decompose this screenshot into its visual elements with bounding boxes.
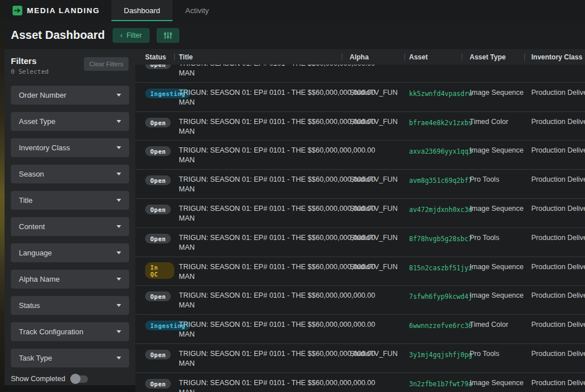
status-badge: Open [145,65,171,69]
cell-asset-type [462,65,524,82]
title-line-2: MAN [179,127,342,137]
title-line-1: TRIGUN: SEASON 01: EP# 0101 - THE $$60,0… [179,320,342,330]
title-line-2: MAN [179,98,342,107]
page-title: Asset Dashboard [11,29,105,42]
chevron-down-icon [117,225,121,228]
title-line-1: TRIGUN: SEASON 01: EP# 0101 - THE $$60,0… [179,175,342,185]
table-header-row: StatusTitleAlphaAssetAsset TypeInventory… [135,49,585,65]
title-line-1: TRIGUN: SEASON 01: EP# 0101 - THE $$60,0… [179,204,342,214]
cell-asset: 8f78hvgb5g28sbc7 [404,233,462,257]
title-line-1: TRIGUN: SEASON 01: EP# 0101 - THE $$60,0… [179,88,342,98]
cell-asset: avm8g351c69q2bf7 [404,175,462,198]
show-completed-row: Show Completed [11,375,129,383]
table-row[interactable]: Open TRIGUN: SEASON 01: EP# 0101 - THE $… [135,112,585,141]
table-row[interactable]: Open TRIGUN: SEASON 01: EP# 0101 - THE $… [135,65,585,83]
chevron-down-icon [117,357,121,359]
table-row[interactable]: Ingesting TRIGUN: SEASON 01: EP# 0101 - … [135,83,585,112]
filter-dropdown-alpha-name[interactable]: Alpha Name [11,270,129,289]
table-row[interactable]: Ingesting TRIGUN: SEASON 01: EP# 0101 - … [135,315,585,344]
filter-button-label: Filter [127,31,142,39]
cell-title: TRIGUN: SEASON 01: EP# 0101 - THE $$60,0… [174,175,342,198]
cell-status: In QC [135,262,174,286]
filter-dropdown-season[interactable]: Season [11,165,129,183]
status-badge: Open [145,379,171,389]
tab-activity-label: Activity [185,6,209,15]
status-badge: Open [145,234,171,243]
cell-alpha [342,65,404,82]
cell-status: Open [135,65,174,82]
table-row[interactable]: Open TRIGUN: SEASON 01: EP# 0101 - THE $… [135,373,585,392]
filter-dropdown-language[interactable]: Language [11,243,129,262]
tab-activity[interactable]: Activity [173,0,221,21]
title-line-2: MAN [179,330,342,339]
table-row[interactable]: Open TRIGUN: SEASON 01: EP# 0101 - THE $… [135,228,585,257]
filter-dropdown-list: Order NumberAsset TypeInventory ClassSea… [11,86,129,367]
cell-title: TRIGUN: SEASON 01: EP# 0101 - THE $$60,0… [174,291,342,314]
chevron-down-icon [117,173,121,175]
title-line-2: MAN [179,272,342,282]
chevron-left-icon: ‹ [121,31,123,39]
filter-dropdown-asset-type[interactable]: Asset Type [11,112,129,131]
cell-inventory-class: Production Deliver... [524,146,585,169]
filter-dropdown-task-type[interactable]: Task Type [11,349,129,367]
table-row[interactable]: Open TRIGUN: SEASON 01: EP# 0101 - THE $… [135,344,585,373]
table-row[interactable]: Open TRIGUN: SEASON 01: EP# 0101 - THE $… [135,170,585,199]
cell-alpha: StudioTV_FUN [342,175,404,198]
cell-asset: 3y1mj4gqjshfj0pg [404,349,462,373]
filter-dropdown-status[interactable]: Status [11,296,129,315]
cell-asset: 3n2zfbe1b7fwt79a [404,378,462,392]
cell-inventory-class: Production Deliver... [524,233,585,257]
cell-alpha: StudioTV_FUN [342,117,404,141]
title-line-2: MAN [179,359,342,369]
filter-dropdown-track-configuration[interactable]: Track Configuration [11,322,129,341]
cell-title: TRIGUN: SEASON 01: EP# 0101 - THE $$60,0… [174,65,342,82]
column-header-status: Status [135,49,174,65]
cell-status: Open [135,349,174,373]
dropdown-label: Status [19,301,40,310]
filters-panel: Filters 0 Selected Clear Filters Order N… [5,49,135,385]
cell-asset-type: Image Sequence [462,262,524,286]
show-completed-toggle[interactable] [71,375,88,383]
table-row[interactable]: Open TRIGUN: SEASON 01: EP# 0101 - THE $… [135,141,585,170]
table-row[interactable]: In QC TRIGUN: SEASON 01: EP# 0101 - THE … [135,257,585,286]
cell-status: Open [135,378,174,392]
cell-alpha [342,146,404,169]
clear-filters-button[interactable]: Clear Filters [84,57,129,71]
cell-title: TRIGUN: SEASON 01: EP# 0101 - THE $$60,0… [174,233,342,257]
chevron-down-icon [117,278,121,281]
status-badge: Open [145,350,171,359]
column-header-inventory-class: Inventory Class [524,49,585,65]
table-row[interactable]: Open TRIGUN: SEASON 01: EP# 0101 - THE $… [135,199,585,228]
status-badge: Open [145,118,171,127]
filter-dropdown-content[interactable]: Content [11,217,129,236]
sidebar-column: Filters 0 Selected Clear Filters Order N… [5,49,135,392]
cell-status: Ingesting [135,88,174,111]
column-settings-button[interactable] [157,28,179,43]
brand: MEDIA LANDING [5,0,111,21]
cell-status: Open [135,117,174,141]
dropdown-label: Alpha Name [19,275,60,283]
filter-dropdown-title[interactable]: Title [11,191,129,210]
filter-dropdown-inventory-class[interactable]: Inventory Class [11,138,129,157]
cell-status: Open [135,233,174,257]
app-root: MEDIA LANDING Dashboard Activity Asset D… [0,0,585,392]
tab-dashboard-label: Dashboard [124,6,161,15]
toggle-knob-icon [70,374,81,384]
show-completed-label: Show Completed [11,375,65,383]
cell-asset-type: Image Sequence [462,291,524,314]
tab-dashboard[interactable]: Dashboard [111,0,173,21]
filter-toggle-button[interactable]: ‹ Filter [113,28,150,43]
background-photo-strip [0,0,5,392]
dropdown-label: Order Number [19,91,66,99]
cell-alpha: StudioTV_FUN [342,233,404,257]
cell-alpha: StudioTV_FUN [342,204,404,227]
status-badge: Open [145,291,171,301]
chevron-down-icon [117,330,121,333]
title-line-2: MAN [179,388,342,392]
chevron-down-icon [117,146,121,149]
filter-dropdown-order-number[interactable]: Order Number [11,86,129,105]
cell-title: TRIGUN: SEASON 01: EP# 0101 - THE $$60,0… [174,262,342,286]
cell-alpha: StudioTV_FUN [342,262,404,286]
table-row[interactable]: Open TRIGUN: SEASON 01: EP# 0101 - THE $… [135,286,585,315]
cell-alpha [342,320,404,343]
